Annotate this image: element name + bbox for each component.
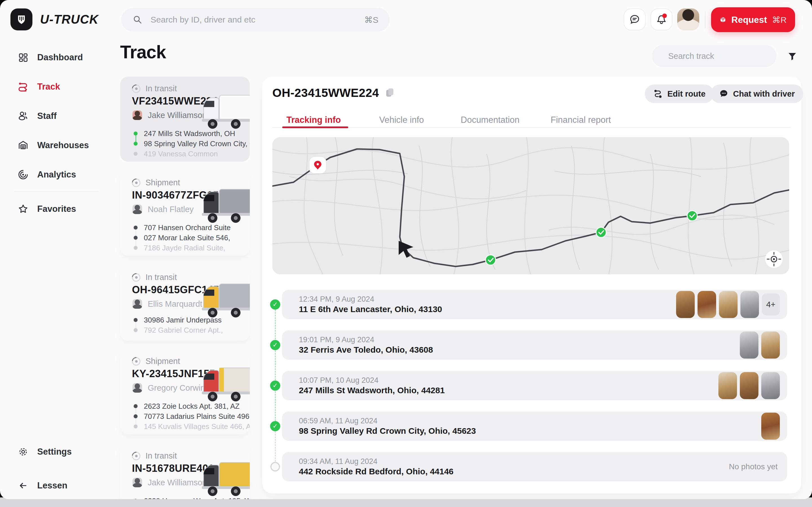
notifications-button[interactable]: [651, 8, 672, 31]
no-photos-label: No photos yet: [729, 462, 777, 471]
stop-address: 419 Vanessa Common: [144, 150, 218, 158]
shipment-card[interactable]: In transit OH-96415GFC145 Ellis Marquard…: [120, 265, 250, 341]
card-status: In transit: [146, 451, 177, 460]
timeline-time: 10:07 PM, 10 Aug 2024: [299, 376, 378, 385]
photo-thumbnail[interactable]: [676, 291, 695, 318]
shield-icon: [15, 13, 28, 25]
photo-thumbnail[interactable]: [740, 372, 758, 399]
route-icon: [17, 81, 29, 93]
sidebar-label-analytics: Analytics: [37, 170, 76, 180]
shipment-card[interactable]: Shipment KY-23415JNF155 Gregory Corwin 2…: [120, 349, 250, 434]
brand-name: U-TRUCK: [40, 8, 98, 31]
global-search-input[interactable]: [150, 15, 357, 25]
driver-avatar: [133, 478, 142, 487]
truck-image: [193, 185, 250, 228]
photo-thumbnail[interactable]: [719, 291, 738, 318]
timeline-time: 09:34 AM, 11 Aug 2024: [299, 457, 377, 466]
staff-icon: [17, 110, 29, 122]
global-search[interactable]: ⌘S: [121, 8, 390, 32]
status-icon: [130, 82, 142, 94]
timeline-address: 98 Spring Valley Rd Crown City, Ohio, 45…: [299, 426, 476, 436]
driver-avatar: [133, 110, 142, 120]
filter-icon: [787, 51, 798, 62]
track-search-input[interactable]: [668, 51, 775, 61]
photo-thumbnail[interactable]: [698, 291, 716, 318]
tab-financial-report[interactable]: Financial report: [551, 115, 611, 125]
photo-thumbnail[interactable]: [761, 413, 780, 440]
sidebar-item-favorites[interactable]: Favorites: [0, 199, 113, 219]
dashboard-icon: [17, 52, 29, 63]
sidebar-label-track: Track: [37, 82, 60, 92]
route-map[interactable]: [272, 137, 789, 274]
driver-avatar: [133, 299, 142, 309]
timeline-row: 19:01 PM, 9 Aug 2024 32 Ferris Ave Toled…: [282, 330, 787, 360]
shipment-card[interactable]: In transit VF23415WWE224 Jake Williamson…: [120, 76, 250, 162]
locate-button[interactable]: [765, 250, 783, 268]
messages-button[interactable]: [624, 8, 646, 31]
edit-route-icon: [653, 89, 663, 99]
sidebar-collapse[interactable]: Lessen: [0, 475, 113, 496]
topbar: U-TRUCK ⌘S: [0, 0, 812, 40]
stop-address: 027 Morar Lake Suite 546,: [144, 233, 230, 242]
photo-thumbnail[interactable]: [741, 291, 759, 318]
active-tab-underline: [282, 126, 348, 128]
timeline-row: 10:07 PM, 10 Aug 2024 247 Mills St Wadsw…: [282, 371, 787, 400]
request-button[interactable]: Request ⌘R: [711, 7, 795, 32]
sidebar-item-warehouses[interactable]: Warehouses: [0, 135, 113, 156]
timeline-check: ✓: [270, 299, 280, 309]
timeline-check: ✓: [270, 381, 280, 391]
status-icon: [130, 271, 142, 283]
checkpoint-marker[interactable]: [486, 255, 496, 265]
truck-image: [193, 364, 250, 406]
timeline-pending-marker: [270, 462, 280, 471]
tab-documentation[interactable]: Documentation: [461, 115, 520, 125]
sidebar-label-dashboard: Dashboard: [37, 52, 83, 62]
truck-image: [193, 91, 250, 133]
timeline-time: 12:34 PM, 9 Aug 2024: [299, 295, 374, 304]
sidebar-divider: [14, 191, 99, 191]
stop-address: 792 Gabriel Corner Apt.,: [144, 326, 223, 335]
chat-filled-icon: [719, 89, 728, 99]
user-avatar[interactable]: [677, 8, 699, 31]
filter-button[interactable]: [786, 50, 799, 62]
timeline-row: 09:34 AM, 11 Aug 2024 442 Rockside Rd Be…: [282, 452, 787, 482]
more-photos-badge[interactable]: 4+: [762, 293, 780, 316]
checkpoint-marker[interactable]: [687, 211, 697, 221]
truck-image: [193, 459, 250, 499]
sidebar-label-lessen: Lessen: [37, 481, 67, 491]
photo-thumbnail[interactable]: [718, 372, 737, 399]
stop-address: 7186 Jayde Radial Suite,: [144, 244, 225, 252]
stop-address: 145 Kuvalis Villages Suite 466, AZ: [144, 422, 250, 431]
sidebar-label-warehouses: Warehouses: [37, 140, 89, 151]
request-label: Request: [731, 15, 767, 25]
status-icon: [130, 355, 142, 367]
notification-dot: [662, 13, 667, 18]
photo-thumbnail[interactable]: [761, 332, 780, 358]
tab-vehicle-info[interactable]: Vehicle info: [379, 115, 424, 125]
sidebar-item-staff[interactable]: Staff: [0, 106, 113, 126]
timeline-connector-done: [275, 309, 276, 421]
edit-route-button[interactable]: Edit route: [645, 84, 714, 103]
chat-with-driver-button[interactable]: Chat with driver: [711, 84, 803, 103]
driver-name: Noah Flatley: [148, 205, 194, 214]
card-status: In transit: [146, 273, 177, 282]
copy-icon[interactable]: [386, 88, 394, 98]
track-search[interactable]: [652, 45, 776, 67]
photo-thumbnail[interactable]: [740, 332, 758, 358]
app-logo[interactable]: [10, 8, 33, 31]
gear-icon: [17, 446, 29, 457]
timeline-row: 06:59 AM, 11 Aug 2024 98 Spring Valley R…: [282, 411, 787, 441]
checkpoint-marker[interactable]: [596, 227, 606, 237]
sidebar-item-analytics[interactable]: Analytics: [0, 165, 113, 185]
photo-thumbnail[interactable]: [761, 372, 780, 399]
tab-tracking-info[interactable]: Tracking info: [287, 115, 341, 125]
sidebar-item-dashboard[interactable]: Dashboard: [0, 47, 113, 68]
shipment-card[interactable]: Shipment IN-9034677ZFG154 Noah Flatley 7…: [120, 171, 250, 256]
timeline-address: 11 E 6th Ave Lancaster, Ohio, 43130: [299, 304, 442, 314]
sidebar-item-settings[interactable]: Settings: [0, 442, 113, 462]
shipment-card[interactable]: In transit IN-51678URE401 Jake Williamso…: [120, 444, 250, 499]
origin-pin[interactable]: [309, 157, 326, 173]
app-window: U-TRUCK ⌘S: [0, 0, 812, 499]
chat-with-driver-label: Chat with driver: [733, 89, 795, 99]
sidebar-item-track[interactable]: Track: [0, 76, 113, 97]
